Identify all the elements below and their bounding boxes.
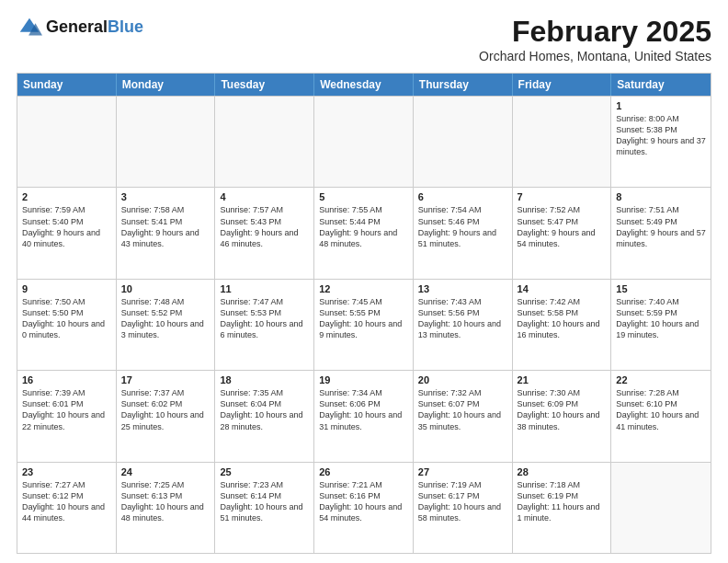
cell-info-text: Sunrise: 7:28 AM Sunset: 6:10 PM Dayligh…	[616, 387, 706, 432]
cell-day-number: 1	[616, 100, 706, 111]
cell-w4-d5: 28Sunrise: 7:18 AM Sunset: 6:19 PM Dayli…	[513, 463, 612, 553]
calendar: Sunday Monday Tuesday Wednesday Thursday…	[17, 73, 711, 554]
cell-info-text: Sunrise: 7:23 AM Sunset: 6:14 PM Dayligh…	[220, 479, 309, 524]
cell-info-text: Sunrise: 7:50 AM Sunset: 5:50 PM Dayligh…	[22, 296, 111, 341]
cell-day-number: 10	[121, 283, 210, 294]
cell-w3-d2: 18Sunrise: 7:35 AM Sunset: 6:04 PM Dayli…	[215, 371, 314, 461]
cell-w2-d0: 9Sunrise: 7:50 AM Sunset: 5:50 PM Daylig…	[17, 280, 117, 370]
cell-info-text: Sunrise: 7:40 AM Sunset: 5:59 PM Dayligh…	[616, 296, 706, 341]
month-title: February 2025	[479, 15, 711, 49]
cell-info-text: Sunrise: 7:58 AM Sunset: 5:41 PM Dayligh…	[121, 204, 210, 249]
cell-day-number: 25	[220, 466, 309, 477]
cell-day-number: 9	[22, 283, 111, 294]
cell-day-number: 22	[616, 374, 706, 385]
cell-w0-d0	[17, 97, 117, 187]
cell-info-text: Sunrise: 7:51 AM Sunset: 5:49 PM Dayligh…	[616, 204, 706, 249]
col-monday: Monday	[117, 74, 216, 96]
col-friday: Friday	[513, 74, 612, 96]
page: GeneralBlue February 2025 Orchard Homes,…	[0, 0, 728, 563]
cell-day-number: 8	[616, 191, 706, 202]
cell-day-number: 14	[518, 283, 607, 294]
location: Orchard Homes, Montana, United States	[479, 49, 711, 63]
cell-info-text: Sunrise: 7:55 AM Sunset: 5:44 PM Dayligh…	[319, 204, 408, 249]
week-row-3: 16Sunrise: 7:39 AM Sunset: 6:01 PM Dayli…	[17, 370, 711, 461]
cell-day-number: 4	[220, 191, 309, 202]
cell-info-text: Sunrise: 7:34 AM Sunset: 6:06 PM Dayligh…	[319, 387, 408, 432]
cell-w4-d3: 26Sunrise: 7:21 AM Sunset: 6:16 PM Dayli…	[314, 463, 414, 553]
week-row-1: 2Sunrise: 7:59 AM Sunset: 5:40 PM Daylig…	[17, 187, 711, 278]
cell-w1-d6: 8Sunrise: 7:51 AM Sunset: 5:49 PM Daylig…	[611, 188, 711, 278]
cell-info-text: Sunrise: 7:59 AM Sunset: 5:40 PM Dayligh…	[22, 204, 111, 249]
cell-w0-d2	[215, 97, 314, 187]
cell-w2-d3: 12Sunrise: 7:45 AM Sunset: 5:55 PM Dayli…	[314, 280, 414, 370]
cell-w0-d5	[513, 97, 612, 187]
cell-info-text: Sunrise: 7:18 AM Sunset: 6:19 PM Dayligh…	[518, 479, 607, 524]
cell-day-number: 3	[121, 191, 210, 202]
cell-info-text: Sunrise: 7:42 AM Sunset: 5:58 PM Dayligh…	[518, 296, 607, 341]
cell-w1-d3: 5Sunrise: 7:55 AM Sunset: 5:44 PM Daylig…	[314, 188, 414, 278]
cell-info-text: Sunrise: 7:48 AM Sunset: 5:52 PM Dayligh…	[121, 296, 210, 341]
cell-w2-d4: 13Sunrise: 7:43 AM Sunset: 5:56 PM Dayli…	[414, 280, 513, 370]
cell-day-number: 17	[121, 374, 210, 385]
cell-w1-d5: 7Sunrise: 7:52 AM Sunset: 5:47 PM Daylig…	[513, 188, 612, 278]
cell-info-text: Sunrise: 7:45 AM Sunset: 5:55 PM Dayligh…	[319, 296, 408, 341]
cell-day-number: 7	[518, 191, 607, 202]
cell-day-number: 24	[121, 466, 210, 477]
cell-w4-d6	[611, 463, 711, 553]
cell-w4-d2: 25Sunrise: 7:23 AM Sunset: 6:14 PM Dayli…	[215, 463, 314, 553]
header: GeneralBlue February 2025 Orchard Homes,…	[17, 15, 711, 63]
cell-info-text: Sunrise: 7:37 AM Sunset: 6:02 PM Dayligh…	[121, 387, 210, 432]
cell-day-number: 21	[518, 374, 607, 385]
col-wednesday: Wednesday	[314, 74, 414, 96]
cell-day-number: 5	[319, 191, 408, 202]
logo-line2: Blue	[108, 17, 143, 36]
cell-info-text: Sunrise: 7:32 AM Sunset: 6:07 PM Dayligh…	[418, 387, 507, 432]
title-block: February 2025 Orchard Homes, Montana, Un…	[479, 15, 711, 63]
col-tuesday: Tuesday	[215, 74, 314, 96]
cell-day-number: 23	[22, 466, 111, 477]
logo: GeneralBlue	[17, 15, 143, 40]
cell-day-number: 26	[319, 466, 408, 477]
cell-w1-d2: 4Sunrise: 7:57 AM Sunset: 5:43 PM Daylig…	[215, 188, 314, 278]
cell-info-text: Sunrise: 7:27 AM Sunset: 6:12 PM Dayligh…	[22, 479, 111, 524]
cell-info-text: Sunrise: 7:19 AM Sunset: 6:17 PM Dayligh…	[418, 479, 507, 524]
cell-w2-d2: 11Sunrise: 7:47 AM Sunset: 5:53 PM Dayli…	[215, 280, 314, 370]
cell-day-number: 12	[319, 283, 408, 294]
calendar-header: Sunday Monday Tuesday Wednesday Thursday…	[17, 74, 711, 96]
cell-w1-d0: 2Sunrise: 7:59 AM Sunset: 5:40 PM Daylig…	[17, 188, 117, 278]
cell-info-text: Sunrise: 7:43 AM Sunset: 5:56 PM Dayligh…	[418, 296, 507, 341]
week-row-2: 9Sunrise: 7:50 AM Sunset: 5:50 PM Daylig…	[17, 279, 711, 370]
col-sunday: Sunday	[17, 74, 117, 96]
logo-line1: General	[46, 17, 108, 36]
week-row-0: 1Sunrise: 8:00 AM Sunset: 5:38 PM Daylig…	[17, 96, 711, 187]
cell-day-number: 13	[418, 283, 507, 294]
cell-w1-d4: 6Sunrise: 7:54 AM Sunset: 5:46 PM Daylig…	[414, 188, 513, 278]
cell-w1-d1: 3Sunrise: 7:58 AM Sunset: 5:41 PM Daylig…	[117, 188, 216, 278]
cell-day-number: 11	[220, 283, 309, 294]
cell-day-number: 16	[22, 374, 111, 385]
col-saturday: Saturday	[611, 74, 711, 96]
cell-info-text: Sunrise: 7:25 AM Sunset: 6:13 PM Dayligh…	[121, 479, 210, 524]
cell-info-text: Sunrise: 7:35 AM Sunset: 6:04 PM Dayligh…	[220, 387, 309, 432]
cell-w0-d1	[117, 97, 216, 187]
cell-day-number: 19	[319, 374, 408, 385]
cell-info-text: Sunrise: 8:00 AM Sunset: 5:38 PM Dayligh…	[616, 113, 706, 158]
cell-day-number: 15	[616, 283, 706, 294]
cell-w4-d1: 24Sunrise: 7:25 AM Sunset: 6:13 PM Dayli…	[117, 463, 216, 553]
cell-w2-d1: 10Sunrise: 7:48 AM Sunset: 5:52 PM Dayli…	[117, 280, 216, 370]
cell-w2-d6: 15Sunrise: 7:40 AM Sunset: 5:59 PM Dayli…	[611, 280, 711, 370]
cell-w0-d4	[414, 97, 513, 187]
cell-info-text: Sunrise: 7:30 AM Sunset: 6:09 PM Dayligh…	[518, 387, 607, 432]
cell-info-text: Sunrise: 7:57 AM Sunset: 5:43 PM Dayligh…	[220, 204, 309, 249]
cell-w0-d3	[314, 97, 414, 187]
cell-w3-d4: 20Sunrise: 7:32 AM Sunset: 6:07 PM Dayli…	[414, 371, 513, 461]
cell-w0-d6: 1Sunrise: 8:00 AM Sunset: 5:38 PM Daylig…	[611, 97, 711, 187]
cell-w3-d0: 16Sunrise: 7:39 AM Sunset: 6:01 PM Dayli…	[17, 371, 117, 461]
cell-w3-d3: 19Sunrise: 7:34 AM Sunset: 6:06 PM Dayli…	[314, 371, 414, 461]
cell-info-text: Sunrise: 7:39 AM Sunset: 6:01 PM Dayligh…	[22, 387, 111, 432]
calendar-body: 1Sunrise: 8:00 AM Sunset: 5:38 PM Daylig…	[17, 96, 711, 553]
cell-w4-d0: 23Sunrise: 7:27 AM Sunset: 6:12 PM Dayli…	[17, 463, 117, 553]
week-row-4: 23Sunrise: 7:27 AM Sunset: 6:12 PM Dayli…	[17, 462, 711, 553]
cell-w3-d5: 21Sunrise: 7:30 AM Sunset: 6:09 PM Dayli…	[513, 371, 612, 461]
cell-day-number: 6	[418, 191, 507, 202]
